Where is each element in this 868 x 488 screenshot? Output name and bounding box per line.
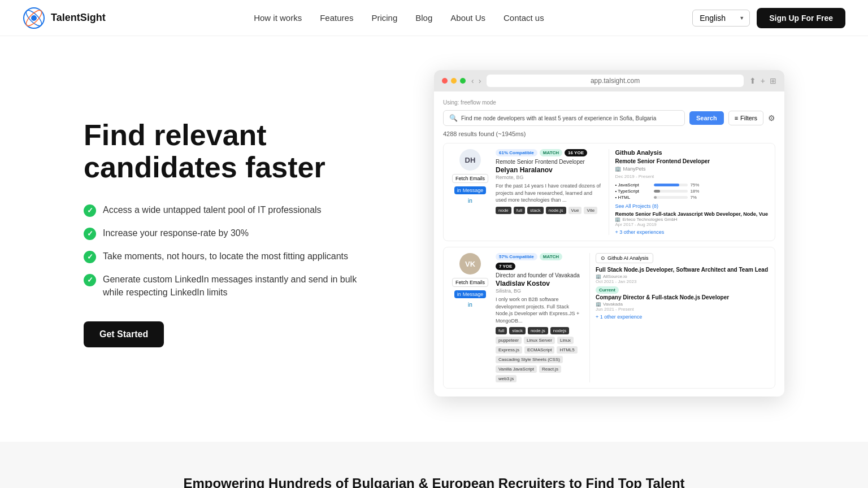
match-badge-1: MATCH — [540, 149, 562, 156]
yoe-badge-1: 16 YOE — [565, 149, 587, 156]
nav-about[interactable]: About Us — [450, 13, 485, 23]
hero-left: Find relevant candidates faster Access a… — [84, 119, 366, 347]
html-bar — [654, 196, 656, 199]
forward-icon[interactable]: › — [479, 76, 481, 85]
candidate-2-job-title: Director and founder of Vavakada — [496, 272, 584, 278]
logo-icon — [23, 7, 45, 29]
search-icon: 🔍 — [449, 114, 458, 122]
exp-company-icon-1: 🏢 — [615, 217, 620, 222]
other-exp-1[interactable]: + 3 other experiences — [615, 229, 768, 235]
mock-filters-button[interactable]: ≡ Filters — [728, 111, 763, 125]
grid-icon[interactable]: ⊞ — [770, 76, 776, 85]
empowering-section: Empowering Hundreds of Bulgarian & Europ… — [0, 442, 868, 488]
github-analysis-title: Github Analysis — [615, 149, 768, 156]
logo-link[interactable]: TalentSight — [23, 7, 106, 29]
tag2-linux: Linux — [557, 337, 574, 344]
tag2-web3: web3.js — [496, 375, 517, 382]
dot-yellow — [451, 78, 457, 84]
nav-features[interactable]: Features — [320, 13, 353, 23]
dot-red — [442, 78, 448, 84]
svg-point-1 — [31, 15, 37, 21]
js-bar — [654, 184, 679, 186]
back-icon[interactable]: ‹ — [471, 76, 474, 85]
candidate-1-desc: For the past 14 years I have created doz… — [496, 182, 603, 204]
browser-nav: ‹ › — [471, 76, 481, 85]
navbar: TalentSight How it works Features Pricin… — [0, 0, 868, 36]
tag2-nodejs: node.js — [528, 327, 548, 334]
tag2-vanilla: Vanilla JavaScript — [496, 365, 537, 373]
current-badge: Current — [596, 286, 619, 294]
candidates-list: DH Fetch Emails in Message in 61% Compat… — [443, 143, 775, 389]
candidate-2-mid: 57% Compatible MATCH 7 YOE Director and … — [496, 253, 584, 382]
linkedin-profile-icon-1[interactable]: in — [468, 198, 472, 204]
github-ai-analysis-button[interactable]: ⊙ Github AI Analysis — [596, 253, 654, 263]
browser-bar: ‹ › app.talsight.com ⬆ + ⊞ — [434, 70, 784, 91]
see-all-projects-1[interactable]: See All Projects (8) — [615, 203, 768, 209]
candidate-1-mid: 61% Compatible MATCH 16 YOE Remote Senio… — [496, 149, 603, 235]
language-select[interactable]: English Bulgarian — [692, 10, 750, 27]
browser-actions: ⬆ + ⊞ — [749, 76, 776, 85]
candidate-2-avatar: VK — [459, 253, 481, 274]
language-selector-wrapper: English Bulgarian — [692, 10, 750, 27]
add-tab-icon[interactable]: + — [761, 76, 765, 85]
ts-bar — [654, 190, 660, 193]
message-button-2[interactable]: in Message — [454, 290, 487, 298]
candidate-2-location: Silistra, BG — [496, 288, 584, 294]
hero-section: Find relevant candidates faster Access a… — [38, 36, 830, 442]
tag2-linux-server: Linux Server — [524, 337, 555, 344]
search-row: 🔍 Find me node developers with at least … — [443, 110, 775, 126]
signup-button[interactable]: Sign Up For Free — [757, 8, 845, 28]
js-bar-wrap — [654, 184, 688, 186]
empowering-title: Empowering Hundreds of Bulgarian & Europ… — [45, 476, 823, 488]
tag2-puppeteer: puppeteer — [496, 337, 522, 344]
company-icon-1: 🏢 — [615, 166, 621, 172]
company-icon-2a: 🏢 — [596, 274, 601, 279]
tag2-css: Cascading Style Sheets (CSS) — [496, 356, 563, 363]
browser-mockup: ‹ › app.talsight.com ⬆ + ⊞ Using: freefl… — [434, 70, 784, 396]
tag2-react: React.js — [539, 365, 561, 373]
candidate-2-tags: full stack node.js nodejs puppeteer Linu… — [496, 327, 584, 382]
candidate-1-tags: node full stack node.js Vue Vite — [496, 207, 603, 214]
candidate-1-right: Github Analysis Remote Senior Frontend D… — [609, 149, 768, 235]
mock-search-button[interactable]: Search — [689, 111, 724, 125]
other-exp-2[interactable]: + 1 other experience — [596, 314, 768, 320]
browser-url: app.talsight.com — [487, 75, 743, 87]
candidate-2-badges: 57% Compatible MATCH 7 YOE — [496, 253, 584, 270]
panel-company-1: 🏢 ManyPets — [615, 166, 768, 172]
candidate-2-desc: I only work on B2B software development … — [496, 296, 584, 324]
stack-html: • HTML 7% — [615, 195, 768, 200]
nav-contact[interactable]: Contact us — [504, 13, 544, 23]
fetch-emails-button-1[interactable]: Fetch Emails — [452, 174, 488, 183]
panel-subtitle-1: Remote Senior Frontend Developer — [615, 158, 768, 164]
get-started-button[interactable]: Get Started — [84, 321, 164, 347]
linkedin-profile-icon-2[interactable]: in — [468, 302, 472, 308]
tag2-ecma: ECMAScript — [524, 346, 555, 354]
check-icon-3 — [84, 251, 96, 263]
mock-search-field[interactable]: 🔍 Find me node developers with at least … — [443, 110, 685, 126]
nav-right: English Bulgarian Sign Up For Free — [692, 8, 845, 28]
candidate-2-left: VK Fetch Emails in Message in — [450, 253, 490, 382]
exp-item-1: Remote Senior Full-stack Javascript Web … — [615, 211, 768, 227]
stack-js: • JavaScript 75% — [615, 182, 768, 188]
candidate-1-badges: 61% Compatible MATCH 16 YOE — [496, 149, 603, 156]
nav-blog[interactable]: Blog — [415, 13, 432, 23]
nav-how-it-works[interactable]: How it works — [254, 13, 302, 23]
candidate-1-name: Delyan Haralanov — [496, 166, 603, 174]
tag2-stack: stack — [509, 327, 526, 334]
exp-item-2b: Company Director & Full-stack Node.js De… — [596, 294, 768, 312]
share-icon[interactable]: ⬆ — [749, 76, 756, 85]
ts-bar-wrap — [654, 190, 688, 193]
company-icon-2b: 🏢 — [596, 302, 601, 307]
check-icon-1 — [84, 204, 96, 217]
check-icon-4 — [84, 274, 96, 286]
mode-label: Using: freeflow mode — [443, 99, 775, 106]
yoe-badge-2: 7 YOE — [496, 263, 515, 270]
message-button-1[interactable]: in Message — [454, 186, 487, 194]
candidate-2-right: ⊙ Github AI Analysis Full Stack Node.js … — [589, 253, 768, 382]
fetch-emails-button-2[interactable]: Fetch Emails — [452, 278, 488, 287]
html-bar-wrap — [654, 196, 688, 199]
stack-ts: • TypeScript 18% — [615, 189, 768, 194]
nav-pricing[interactable]: Pricing — [371, 13, 397, 23]
hero-right: ‹ › app.talsight.com ⬆ + ⊞ Using: freefl… — [434, 70, 784, 396]
settings-icon[interactable]: ⚙ — [768, 114, 775, 123]
